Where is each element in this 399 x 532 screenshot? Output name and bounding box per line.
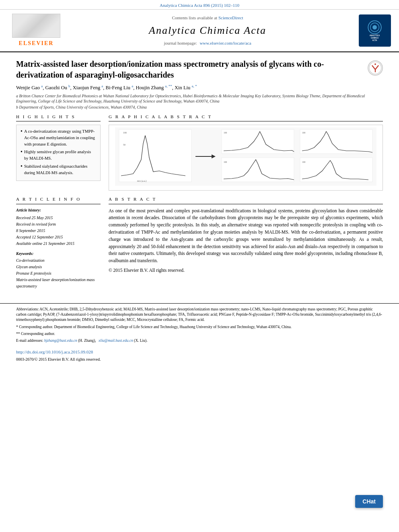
footnotes-section: Abbreviations: ACN, Acetonitrile; DHB, 2… [0, 303, 399, 344]
highlight-text-2: Highly sensitive glycan profile analysis… [24, 149, 96, 162]
doi-link[interactable]: http://dx.doi.org/10.1016/j.aca.2015.09.… [16, 349, 93, 354]
abstract-heading: A B S T R A C T [109, 196, 383, 204]
main-content: Matrix-assisted laser desorption/ionizat… [0, 52, 399, 303]
email1-link[interactable]: hjzhang@hust.edu.cn [44, 339, 77, 343]
svg-rect-3 [22, 27, 50, 28]
svg-text:ACTA: ACTA [372, 39, 377, 41]
author-bifeng: Bi-Feng Liu [106, 85, 130, 90]
svg-rect-19 [119, 129, 191, 182]
graphical-abstract-chart: 100 50 m/z (a.u.) 100 100 100 [111, 127, 380, 186]
journal-header: ELSEVIER Contents lists available at Sci… [0, 10, 399, 52]
journal-ref-text: Analytica Chimica Acta 896 (2015) 102–11… [160, 3, 239, 8]
received-date: Received 25 May 2015 [16, 215, 101, 221]
svg-text:100: 100 [123, 131, 127, 134]
science-direct-link[interactable]: ScienceDirect [218, 15, 243, 20]
abstract-copyright: © 2015 Elsevier B.V. All rights reserved… [109, 267, 383, 273]
journal-title: Analytica Chimica Acta [72, 23, 343, 38]
svg-text:50: 50 [123, 144, 125, 146]
received-revised-label: Received in revised form [16, 221, 101, 228]
svg-rect-0 [14, 15, 58, 37]
double-corresponding-text: ** Corresponding author. [16, 331, 383, 337]
article-history-label: Article history: [16, 207, 101, 213]
author-xin: Xin Liu [175, 85, 190, 90]
affiliations: a Britton Chance Center for Biomedical P… [16, 93, 383, 110]
svg-rect-27 [300, 129, 372, 154]
corresponding-author-text: * Corresponding author. Department of Bi… [16, 325, 383, 330]
accepted-date: Accepted 12 September 2015 [16, 234, 101, 240]
highlight-text-3: Stabilized sialylated oligosaccharides d… [24, 163, 96, 176]
article-info-abstract-section: A R T I C L E I N F O Article history: R… [16, 196, 383, 289]
svg-text:ANALYTICA: ANALYTICA [370, 34, 380, 36]
author-gaozhi: Gaozhi Ou [45, 85, 67, 90]
keywords-text: Co-derivatization Glycan analysis Pronas… [16, 257, 101, 290]
article-info-heading: A R T I C L E I N F O [16, 196, 101, 204]
available-date: Available online 21 September 2015 [16, 240, 101, 247]
journal-logo-icon: ANALYTICA CHIMICA ACTA [359, 14, 391, 47]
chat-button-area: CHat [355, 495, 383, 508]
svg-text:100: 100 [224, 161, 227, 163]
highlight-item-1: • A co-derivatization strategy using TMP… [21, 128, 96, 147]
highlight-item-2: • Highly sensitive glycan profile analys… [21, 149, 96, 162]
svg-point-2 [27, 16, 41, 26]
highlight-item-3: • Stabilized sialylated oligosaccharides… [21, 163, 96, 176]
svg-rect-23 [222, 129, 294, 154]
svg-text:100: 100 [302, 161, 306, 163]
journal-logo-right-area: ANALYTICA CHIMICA ACTA [351, 14, 391, 47]
email-line: E-mail addresses: hjzhang@hust.edu.cn (H… [16, 338, 383, 343]
svg-rect-1 [33, 19, 35, 33]
issn-text: 0003-2670/© 2015 Elsevier B.V. All right… [16, 357, 383, 362]
authors-line: Wenjie Gao a, Gaozhi Ou b, Xiaojun Feng … [16, 84, 383, 92]
highlights-box: • A co-derivatization strategy using TMP… [16, 125, 101, 181]
svg-text:CHIMICA: CHIMICA [371, 37, 379, 39]
highlight-bullet-2: • [21, 149, 23, 162]
keywords-label: Keywords: [16, 251, 101, 257]
elsevier-brand-text: ELSEVIER [19, 39, 54, 47]
graphical-abstract-column: G R A P H I C A L A B S T R A C T 100 50… [109, 114, 383, 191]
highlight-bullet-1: • [21, 128, 23, 147]
email1-person: (H. Zhang), [78, 339, 96, 343]
author-xiaojun: Xiaojun Feng [73, 85, 100, 90]
journal-title-center: Contents lists available at ScienceDirec… [64, 15, 351, 47]
affiliation-a: a Britton Chance Center for Biomedical P… [16, 93, 383, 104]
keyword-1: Co-derivatization [16, 257, 101, 264]
highlight-bullet-3: • [21, 163, 23, 176]
science-direct-line: Contents lists available at ScienceDirec… [72, 15, 343, 21]
highlights-column: H I G H L I G H T S • A co-derivatizatio… [16, 114, 101, 191]
email2-person: (X. Liu). [134, 339, 148, 343]
affiliation-b: b Department of Sports, China University… [16, 105, 383, 110]
graphical-abstract-box: 100 50 m/z (a.u.) 100 100 100 [109, 125, 383, 191]
keyword-4: Matrix-assisted laser desorption/ionizat… [16, 277, 101, 290]
crossmark-area [363, 59, 383, 76]
crossmark-icon [368, 60, 383, 76]
svg-text:100: 100 [302, 131, 306, 134]
svg-point-9 [372, 25, 377, 29]
svg-rect-25 [222, 158, 294, 182]
homepage-line: journal homepage: www.elsevier.com/locat… [72, 40, 343, 46]
elsevier-logo-area: ELSEVIER [8, 14, 64, 47]
article-info-dates: Received 25 May 2015 Received in revised… [16, 215, 101, 247]
email-label: E-mail addresses: [16, 339, 43, 343]
keyword-2: Glycan analysis [16, 264, 101, 270]
abstract-box: A B S T R A C T As one of the most preva… [109, 196, 383, 289]
keyword-3: Pronase E proteolysis [16, 270, 101, 277]
article-title-section: Matrix-assisted laser desorption/ionizat… [16, 59, 383, 80]
svg-point-15 [374, 64, 376, 65]
highlight-text-1: A co-derivatization strategy using TMPP-… [24, 128, 96, 147]
graphical-abstract-heading: G R A P H I C A L A B S T R A C T [109, 114, 383, 121]
revised-date: 8 September 2015 [16, 228, 101, 234]
elsevier-logo: ELSEVIER [8, 14, 64, 47]
article-info-box: A R T I C L E I N F O Article history: R… [16, 196, 101, 289]
chat-button[interactable]: CHat [355, 495, 383, 508]
abstract-text: As one of the most prevalent and complex… [109, 207, 383, 265]
homepage-url[interactable]: www.elsevier.com/locate/aca [200, 41, 251, 45]
author-houjin: Houjin Zhang [136, 85, 164, 90]
svg-text:100: 100 [224, 131, 227, 134]
journal-reference-bar: Analytica Chimica Acta 896 (2015) 102–11… [0, 0, 399, 10]
highlights-graphical-section: H I G H L I G H T S • A co-derivatizatio… [16, 114, 383, 191]
email2-link[interactable]: xliu@mail.hust.edu.cn [99, 339, 133, 343]
article-title: Matrix-assisted laser desorption/ionizat… [16, 59, 363, 80]
svg-text:m/z (a.u.): m/z (a.u.) [137, 180, 146, 183]
author-wenjie: Wenjie Gao [16, 85, 40, 90]
svg-rect-5 [43, 23, 48, 30]
elsevier-tree-image [12, 14, 60, 38]
